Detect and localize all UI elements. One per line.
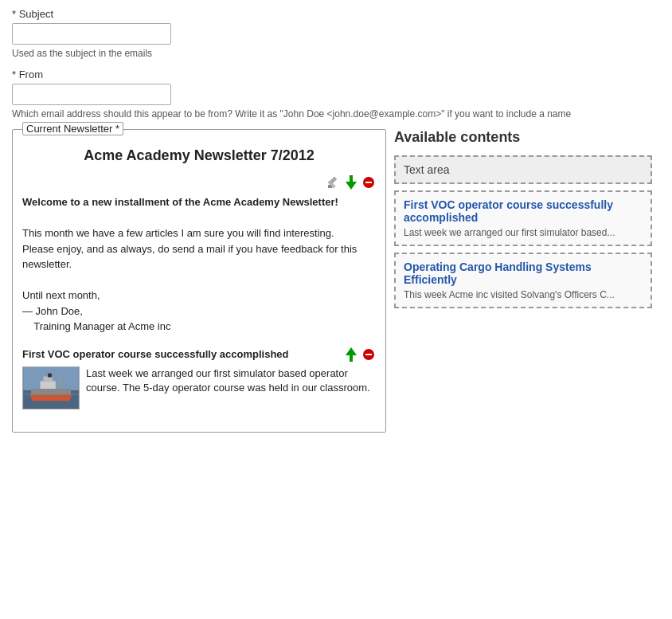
two-col-layout: Current Newsletter * Acme Academy Newsle…: [12, 129, 660, 433]
voc-article-actions: [344, 347, 376, 362]
voc-article-block: First VOC operator course successfully a…: [22, 347, 376, 409]
current-newsletter-panel: Current Newsletter * Acme Academy Newsle…: [12, 129, 386, 433]
subject-label-text: * Subject: [12, 8, 53, 20]
svg-rect-19: [43, 376, 53, 382]
avail-voc-title: First VOC operator course successfully a…: [404, 198, 643, 224]
subject-label: * Subject: [12, 8, 660, 20]
avail-item-cargo[interactable]: Operating Cargo Handling Systems Efficie…: [394, 253, 652, 308]
svg-rect-5: [350, 175, 353, 182]
svg-rect-20: [48, 373, 52, 377]
svg-rect-18: [41, 381, 56, 389]
intro-bold: Welcome to a new installment of the Acme…: [22, 196, 338, 208]
avail-voc-excerpt: Last week we arranged our first simulato…: [404, 227, 643, 238]
svg-rect-17: [31, 388, 71, 394]
from-input[interactable]: post@atlantia.no: [12, 84, 171, 105]
voc-remove-icon[interactable]: [361, 347, 376, 362]
voc-moveup-icon[interactable]: [344, 347, 358, 362]
voc-article-body: Last week we arranged our first simulato…: [86, 366, 376, 409]
intro-edit-icon[interactable]: [326, 175, 341, 190]
svg-marker-8: [346, 347, 357, 355]
svg-marker-16: [29, 394, 72, 401]
subject-hint: Used as the subject in the emails: [12, 48, 660, 59]
avail-cargo-title: Operating Cargo Handling Systems Efficie…: [404, 261, 643, 286]
intro-remove-icon[interactable]: [361, 175, 376, 190]
from-label: * From: [12, 69, 660, 80]
svg-marker-4: [346, 182, 357, 190]
subject-input[interactable]: Acme Academy Newsletter 7/2012: [12, 23, 171, 45]
voc-article-content: Last week we arranged our first simulato…: [22, 366, 376, 409]
svg-rect-7: [365, 182, 372, 183]
intro-article-header: [22, 175, 376, 190]
current-newsletter-legend: Current Newsletter *: [22, 122, 123, 135]
avail-item-text-area[interactable]: Text area: [394, 155, 652, 184]
intro-article-block: Welcome to a new installment of the Acme…: [22, 175, 376, 335]
intro-body: This month we have a few articles I am s…: [22, 225, 376, 335]
available-contents-panel: Available contents Text area First VOC o…: [386, 129, 660, 315]
voc-article-header: First VOC operator course successfully a…: [22, 347, 376, 362]
from-hint: Which email address should this appear t…: [12, 108, 660, 119]
intro-movedown-icon[interactable]: [344, 175, 358, 190]
avail-text-area-label: Text area: [404, 163, 450, 176]
newsletter-inner: Acme Academy Newsletter 7/2012: [13, 130, 385, 432]
available-contents-title: Available contents: [394, 129, 652, 146]
intro-article-text: Welcome to a new installment of the Acme…: [22, 194, 376, 335]
voc-article-thumbnail: [22, 366, 80, 409]
avail-item-voc[interactable]: First VOC operator course successfully a…: [394, 190, 652, 246]
avail-cargo-excerpt: This week Acme inc visited Solvang's Off…: [404, 289, 643, 300]
svg-rect-21: [61, 378, 62, 388]
from-label-text: * From: [12, 69, 43, 80]
svg-rect-9: [350, 355, 353, 362]
svg-rect-11: [365, 354, 372, 355]
newsletter-title: Acme Academy Newsletter 7/2012: [22, 147, 376, 164]
intro-article-actions: [326, 175, 376, 190]
voc-article-title: First VOC operator course successfully a…: [22, 348, 338, 360]
